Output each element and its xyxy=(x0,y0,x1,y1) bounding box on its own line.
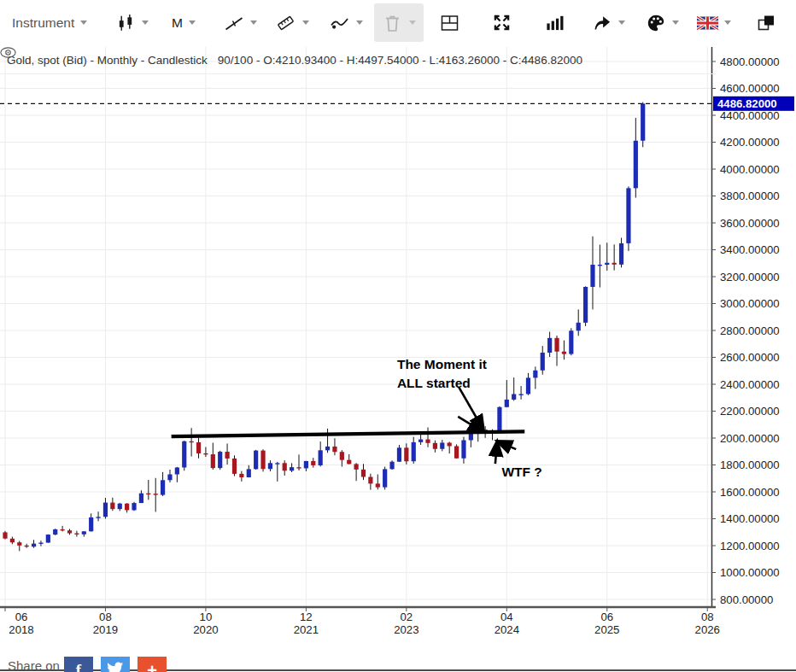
candle-body xyxy=(619,243,623,265)
measure-tool-dropdown[interactable] xyxy=(275,0,309,45)
timeframe-dropdown[interactable]: M xyxy=(172,0,196,45)
time-tick-month: 02 xyxy=(401,611,413,623)
annotation-text[interactable]: WTF ? xyxy=(501,465,541,479)
candle-body xyxy=(225,452,229,459)
candle-body xyxy=(497,407,501,432)
price-tick-label: 2000.00000 xyxy=(720,432,780,445)
price-tick-label: 2400.00000 xyxy=(720,378,780,391)
share-facebook-button[interactable]: f xyxy=(64,657,93,672)
price-tick-label: 4200.00000 xyxy=(720,136,780,149)
instrument-dropdown[interactable]: Instrument xyxy=(12,0,87,45)
candle-body xyxy=(612,263,617,265)
volume-button[interactable] xyxy=(545,0,565,45)
indicator-wave-icon xyxy=(329,13,350,33)
delete-drawings-dropdown[interactable] xyxy=(374,3,424,42)
time-tick-year: 2018 xyxy=(9,623,33,636)
price-tick-label: 3000.00000 xyxy=(720,297,780,310)
candle-body xyxy=(311,461,315,465)
candle-body xyxy=(569,330,573,354)
share-twitter-button[interactable] xyxy=(101,657,130,672)
candle-body xyxy=(275,463,279,464)
candle-body xyxy=(46,535,50,542)
candle-body xyxy=(74,534,79,535)
layout-grid-icon xyxy=(439,13,460,33)
candle-body xyxy=(526,377,530,394)
candle-body xyxy=(389,462,394,470)
plus-icon: + xyxy=(147,661,157,672)
candle-body xyxy=(96,517,100,517)
candle-body xyxy=(562,352,566,354)
chevron-down-icon xyxy=(80,20,87,25)
candle-body xyxy=(547,338,552,353)
trendline-tool-dropdown[interactable] xyxy=(224,0,257,45)
annotation-text[interactable]: The Moment it xyxy=(397,357,487,371)
candle-body xyxy=(167,475,172,481)
time-tick-month: 12 xyxy=(300,611,313,623)
share-dropdown[interactable] xyxy=(591,0,625,45)
share-more-button[interactable]: + xyxy=(138,657,167,672)
chart-type-dropdown[interactable] xyxy=(116,0,149,45)
candle-body xyxy=(361,470,366,477)
price-tick-label: 2800.00000 xyxy=(720,324,780,337)
candle-body xyxy=(53,529,57,535)
annotation-text[interactable]: ALL started xyxy=(397,376,471,390)
time-tick-month: 04 xyxy=(500,611,513,623)
theme-dropdown[interactable] xyxy=(646,0,679,45)
candle-body xyxy=(10,539,15,542)
chevron-down-icon xyxy=(189,20,196,25)
layout-grid-button[interactable] xyxy=(439,0,460,45)
price-tick-label: 3800.00000 xyxy=(720,190,780,202)
time-tick-year: 2020 xyxy=(193,623,218,636)
candle-body xyxy=(254,451,258,470)
time-tick-year: 2019 xyxy=(93,623,118,636)
candle-body xyxy=(533,371,537,378)
candle-body xyxy=(239,474,243,477)
time-tick-month: 06 xyxy=(600,611,613,623)
overlapping-windows-icon xyxy=(755,13,777,33)
chart-render-root: The Moment itALL startedWTF ?4800.000004… xyxy=(0,47,794,636)
instrument-dropdown-label: Instrument xyxy=(12,15,74,31)
price-tick-label: 1800.00000 xyxy=(720,459,780,471)
candle-body xyxy=(125,504,129,511)
candle-body xyxy=(541,353,545,371)
toolbar: Instrument M xyxy=(0,0,796,46)
candle-body xyxy=(641,103,645,140)
candle-body xyxy=(354,464,359,469)
candle-body xyxy=(82,531,86,534)
language-dropdown[interactable] xyxy=(697,0,731,45)
candle-body xyxy=(590,265,594,287)
annotation-arrow[interactable] xyxy=(458,417,483,431)
popout-window-button[interactable] xyxy=(755,0,777,45)
candle-body xyxy=(182,441,186,468)
candle-body xyxy=(103,503,108,517)
share-arrow-icon xyxy=(591,13,612,33)
chevron-down-icon xyxy=(618,20,625,25)
time-tick-year: 2021 xyxy=(294,623,319,636)
price-tick-label: 2200.00000 xyxy=(720,405,780,418)
candle-body xyxy=(211,454,215,468)
facebook-icon: f xyxy=(76,661,81,672)
chevron-down-icon xyxy=(302,20,309,25)
candle-body xyxy=(376,483,380,487)
candle-body xyxy=(32,544,36,547)
candle-body xyxy=(425,440,430,443)
chart-widget: The Moment itALL startedWTF ?4800.000004… xyxy=(0,45,796,643)
price-tick-label: 4000.00000 xyxy=(720,163,780,176)
price-tick-label: 4600.00000 xyxy=(720,82,780,95)
time-tick-year: 2026 xyxy=(695,623,720,636)
candle-body xyxy=(598,265,602,266)
chevron-down-icon xyxy=(250,20,257,25)
candle-body xyxy=(203,453,208,454)
candle-body xyxy=(260,451,265,470)
annotation-arrow[interactable] xyxy=(495,442,497,464)
indicators-dropdown[interactable] xyxy=(329,0,363,45)
candle-body xyxy=(440,443,444,449)
fullscreen-button[interactable] xyxy=(492,0,512,45)
chart-svg[interactable]: The Moment itALL startedWTF ?4800.000004… xyxy=(0,45,796,643)
annotation-arrow[interactable] xyxy=(459,387,483,429)
candle-body xyxy=(634,141,638,189)
candle-body xyxy=(418,440,423,442)
candle-body xyxy=(190,441,194,442)
candle-body xyxy=(554,338,559,352)
fullscreen-icon xyxy=(492,13,512,32)
